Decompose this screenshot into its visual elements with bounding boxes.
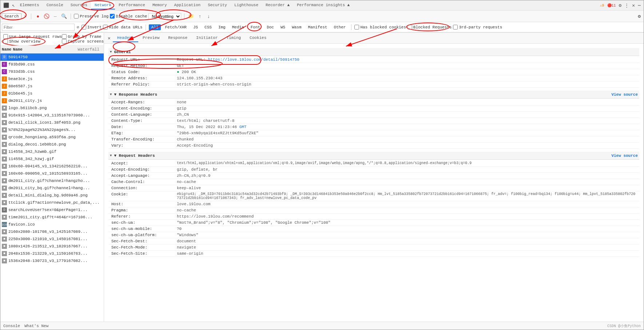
- tab-performance[interactable]: Performance: [115, 1, 149, 9]
- undock-icon[interactable]: ⋯: [636, 3, 642, 8]
- filter-type-css[interactable]: CSS: [202, 24, 214, 30]
- request-item-2048x1536[interactable]: ■ 2048x1536-213229_v3_1159166763...: [0, 250, 104, 257]
- whats-new-tab[interactable]: What's New: [24, 324, 48, 328]
- invert-icon[interactable]: ⊘: [76, 25, 80, 29]
- tab-console[interactable]: Console: [43, 1, 67, 9]
- detail-tab-headers[interactable]: Headers: [113, 34, 138, 42]
- search-icon[interactable]: 🔍: [60, 13, 68, 20]
- import-icon[interactable]: 📁: [187, 13, 195, 20]
- request-item-160x60-094[interactable]: ■ 160x60-094145_v3_1342162562210...: [0, 163, 104, 170]
- filter-type-js[interactable]: JS: [191, 24, 200, 30]
- request-item-searchloveuser[interactable]: D searchLoveUser?sex=0&perPage=1...: [0, 206, 104, 214]
- detail-tab-response[interactable]: Response: [164, 34, 192, 42]
- request-headers-section[interactable]: ▼ Request Headers View source: [108, 152, 639, 160]
- request-item-detail-mini[interactable]: ■ detail_mini_dialog_bg.9d69a46.png: [0, 192, 104, 199]
- request-item-dm2011city-bq[interactable]: ■ dm2011_city_bq.gif?channel=hang...: [0, 184, 104, 192]
- request-item-7033d3b[interactable]: C 7033d3b.css: [0, 68, 104, 75]
- request-item-dm2011city[interactable]: J dm2011_city.js: [0, 97, 104, 104]
- filter-type-media[interactable]: Media: [230, 24, 247, 30]
- request-item-favicon[interactable]: ICO favicon.ico: [0, 221, 104, 228]
- request-item-01b6e45[interactable]: J 01b6e45.js: [0, 90, 104, 97]
- third-party-checkbox[interactable]: [453, 25, 458, 29]
- export-icon[interactable]: ↑: [196, 13, 203, 20]
- filter-type-ws[interactable]: WS: [278, 24, 288, 30]
- group-by-frame-checkbox[interactable]: [62, 34, 67, 39]
- tab-application[interactable]: Application: [171, 1, 204, 9]
- tab-memory[interactable]: Memory: [149, 1, 171, 9]
- detail-tab-initiator[interactable]: Initiator: [192, 34, 222, 42]
- filter-type-all[interactable]: All: [149, 24, 161, 30]
- request-item-2250x3000[interactable]: ■ 2250x3000-121010_v3_1450167081...: [0, 235, 104, 243]
- name-column-header[interactable]: Name: [2, 47, 11, 52]
- show-overview-checkbox[interactable]: [3, 39, 8, 44]
- request-item-f03bd90[interactable]: C f03bd90.css: [0, 61, 104, 68]
- request-item-logo[interactable]: ■ logo.b611bcb.png: [0, 104, 104, 112]
- settings-icon[interactable]: ⚙: [617, 3, 623, 8]
- third-party-label[interactable]: 3rd-party requests: [453, 25, 502, 29]
- inspect-icon[interactable]: ↖: [11, 3, 16, 8]
- request-item-2160x2080[interactable]: ■ 2160x2080-101708_v3_1425167089...: [0, 228, 104, 235]
- request-item-detail-click[interactable]: ■ detail_click_icon1.38f4053.png: [0, 119, 104, 126]
- close-detail-icon[interactable]: ✕: [106, 35, 113, 42]
- filter-type-font[interactable]: Font: [248, 24, 263, 30]
- invert-label[interactable]: Invert: [82, 25, 102, 29]
- throttle-select[interactable]: No throttling: [148, 13, 181, 20]
- view-source-request[interactable]: View source: [611, 154, 638, 158]
- request-item-114558-hzwj[interactable]: ■ 114558_342_hzwj.gif: [0, 155, 104, 163]
- disable-cache-label[interactable]: Disable cache: [110, 14, 147, 19]
- group-by-frame-option[interactable]: Group by frame: [62, 34, 104, 39]
- request-item-160x60-090[interactable]: ■ 160x60-090050_v2_1015158933165...: [0, 170, 104, 177]
- request-item-916x915[interactable]: ■ 916x915-142004_v3_1135167073960...: [0, 112, 104, 119]
- has-blocked-cookies-checkbox[interactable]: [354, 25, 359, 29]
- capture-screenshots-option[interactable]: Capture screenshots: [62, 39, 104, 44]
- download-icon[interactable]: ↓: [205, 13, 212, 20]
- blocked-requests-checkbox[interactable]: [408, 25, 412, 29]
- tab-lighthouse[interactable]: Lighthouse: [231, 1, 262, 9]
- invert-checkbox[interactable]: [82, 25, 86, 29]
- filter-input[interactable]: [2, 24, 75, 31]
- request-item-88e6587[interactable]: J 88e6587.js: [0, 83, 104, 90]
- request-item-50914750[interactable]: D 50914750: [0, 53, 104, 61]
- request-url-link[interactable]: https://love.19lou.com/detail/50914750: [208, 57, 299, 62]
- large-rows-checkbox[interactable]: [3, 34, 8, 39]
- tab-security[interactable]: Security: [204, 1, 231, 9]
- more-options-icon[interactable]: ⋮: [623, 3, 631, 8]
- request-item-1536x2048[interactable]: ■ 1536x2048-130723_v3_1779167082...: [0, 257, 104, 265]
- filter-type-doc[interactable]: Doc: [264, 24, 277, 30]
- settings-gear-icon[interactable]: ⚙: [636, 13, 642, 19]
- filter-type-manifest[interactable]: Manifest: [306, 24, 330, 30]
- blocked-requests-label[interactable]: Blocked Requests: [408, 25, 452, 29]
- has-blocked-cookies-label[interactable]: Has blocked cookies: [354, 25, 406, 29]
- request-item-ttclick[interactable]: ■ ttclick.gif?action=newlove_pc_data,...: [0, 199, 104, 206]
- filter-type-fetchxhr[interactable]: Fetch/XHR: [162, 24, 189, 30]
- detail-tab-preview[interactable]: Preview: [138, 34, 164, 42]
- response-headers-section[interactable]: ▼ Response Headers View source: [108, 91, 639, 99]
- hide-data-urls-label[interactable]: Hide data URLs: [103, 25, 142, 29]
- request-item-beae3ce[interactable]: J beae3ce.js: [0, 75, 104, 83]
- device-icon[interactable]: ⬛: [2, 3, 11, 8]
- tab-elements[interactable]: Elements: [16, 1, 43, 9]
- filter-icon[interactable]: ⏤: [52, 13, 59, 20]
- disable-cache-checkbox[interactable]: [110, 14, 115, 19]
- tab-recorder[interactable]: Recorder ▲: [262, 1, 293, 9]
- view-source-response[interactable]: View source: [611, 92, 638, 97]
- preserve-log-label[interactable]: Preserve log: [74, 14, 108, 19]
- filter-type-other[interactable]: Other: [331, 24, 348, 30]
- console-tab[interactable]: Console: [3, 324, 20, 328]
- request-item-1080x1426[interactable]: ■ 1080x1426-213512_v3_1820167067...: [0, 243, 104, 250]
- large-rows-option[interactable]: Use large request rows: [3, 34, 62, 39]
- request-item-dialog-deco[interactable]: ■ dialog_deco1.1eb0b16.png: [0, 141, 104, 148]
- request-item-78page[interactable]: ■ %78%22page%22%3A%22pages%...: [0, 126, 104, 134]
- preserve-log-checkbox[interactable]: [74, 14, 79, 19]
- detail-tab-cookies[interactable]: Cookies: [245, 34, 271, 42]
- record-button[interactable]: ●: [34, 13, 41, 20]
- hide-data-urls-checkbox[interactable]: [103, 25, 108, 29]
- close-devtools-icon[interactable]: ✕: [631, 3, 636, 8]
- request-item-time2011[interactable]: ■ time2011_city.gif?t=464&r=167106...: [0, 214, 104, 221]
- general-section-header[interactable]: General: [108, 48, 639, 56]
- clear-button[interactable]: 🚫: [43, 13, 50, 20]
- capture-screenshots-checkbox[interactable]: [62, 39, 67, 44]
- show-overview-option[interactable]: Show overview: [3, 39, 62, 44]
- tab-sources[interactable]: Sources: [67, 1, 91, 9]
- filter-type-wasm[interactable]: Wasm: [289, 24, 304, 30]
